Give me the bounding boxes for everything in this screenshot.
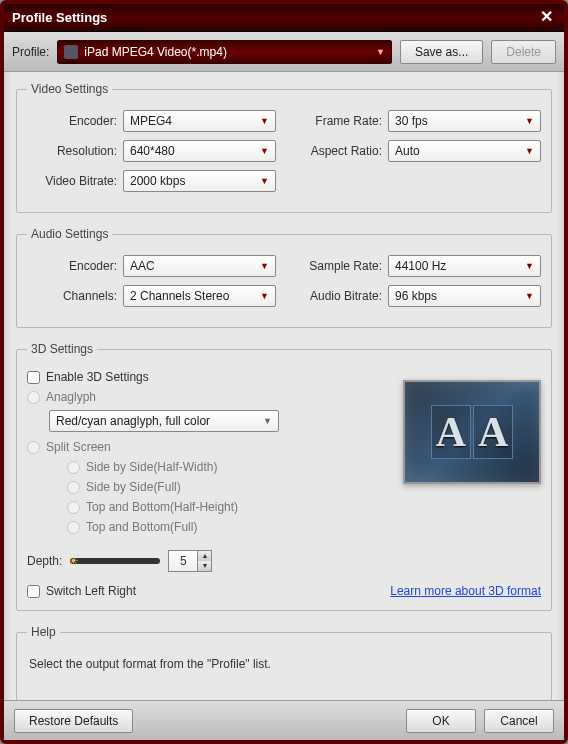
help-text: Select the output format from the "Profi…: [27, 653, 541, 691]
video-encoder-dropdown[interactable]: MPEG4▼: [123, 110, 276, 132]
depth-spinner[interactable]: 5 ▲▼: [168, 550, 212, 572]
close-icon[interactable]: ✕: [536, 8, 556, 28]
audio-legend: Audio Settings: [27, 227, 112, 241]
framerate-label: Frame Rate:: [292, 114, 382, 128]
profile-value: iPad MPEG4 Video(*.mp4): [84, 45, 227, 59]
preview-a-right: A: [473, 405, 513, 459]
video-legend: Video Settings: [27, 82, 112, 96]
video-bitrate-label: Video Bitrate:: [27, 174, 117, 188]
help-group: Help Select the output format from the "…: [16, 625, 552, 700]
chevron-down-icon: ▼: [260, 176, 269, 186]
switch-lr-checkbox[interactable]: [27, 585, 40, 598]
chevron-down-icon: ▼: [260, 146, 269, 156]
content: Video Settings Encoder: MPEG4▼ Frame Rat…: [4, 72, 564, 700]
audio-encoder-label: Encoder:: [27, 259, 117, 273]
3d-preview: AA: [403, 380, 541, 484]
chevron-down-icon: ▼: [525, 291, 534, 301]
split-radio-line[interactable]: Split Screen: [27, 440, 391, 454]
ok-button[interactable]: OK: [406, 709, 476, 733]
sbs-half-radio[interactable]: [67, 461, 80, 474]
audio-bitrate-label: Audio Bitrate:: [292, 289, 382, 303]
profile-settings-window: Profile Settings ✕ Profile: iPad MPEG4 V…: [0, 0, 568, 744]
chevron-down-icon: ▼: [263, 416, 272, 426]
depth-label: Depth:: [27, 554, 62, 568]
depth-slider[interactable]: ☀: [70, 558, 160, 564]
tb-full-line[interactable]: Top and Bottom(Full): [67, 520, 391, 534]
help-legend: Help: [27, 625, 60, 639]
framerate-dropdown[interactable]: 30 fps▼: [388, 110, 541, 132]
anaglyph-radio[interactable]: [27, 391, 40, 404]
chevron-down-icon: ▼: [260, 261, 269, 271]
resolution-label: Resolution:: [27, 144, 117, 158]
anaglyph-label: Anaglyph: [46, 390, 96, 404]
window-title: Profile Settings: [12, 10, 536, 25]
split-radio[interactable]: [27, 441, 40, 454]
3d-settings-group: 3D Settings Enable 3D Settings Anaglyph …: [16, 342, 552, 611]
depth-value: 5: [169, 554, 197, 568]
profile-label: Profile:: [12, 45, 49, 59]
channels-label: Channels:: [27, 289, 117, 303]
delete-button: Delete: [491, 40, 556, 64]
restore-defaults-button[interactable]: Restore Defaults: [14, 709, 133, 733]
enable-3d-label: Enable 3D Settings: [46, 370, 149, 384]
samplerate-label: Sample Rate:: [292, 259, 382, 273]
chevron-down-icon: ▼: [525, 146, 534, 156]
chevron-down-icon: ▼: [376, 47, 385, 57]
aspect-dropdown[interactable]: Auto▼: [388, 140, 541, 162]
sbs-half-line[interactable]: Side by Side(Half-Width): [67, 460, 391, 474]
sbs-full-radio[interactable]: [67, 481, 80, 494]
sbs-full-line[interactable]: Side by Side(Full): [67, 480, 391, 494]
resolution-dropdown[interactable]: 640*480▼: [123, 140, 276, 162]
spinner-up-icon[interactable]: ▲: [198, 551, 211, 561]
audio-bitrate-dropdown[interactable]: 96 kbps▼: [388, 285, 541, 307]
channels-dropdown[interactable]: 2 Channels Stereo▼: [123, 285, 276, 307]
save-as-button[interactable]: Save as...: [400, 40, 483, 64]
toolbar: Profile: iPad MPEG4 Video(*.mp4) ▼ Save …: [4, 32, 564, 72]
chevron-down-icon: ▼: [525, 261, 534, 271]
anaglyph-type-dropdown[interactable]: Red/cyan anaglyph, full color▼: [49, 410, 279, 432]
anaglyph-radio-line[interactable]: Anaglyph: [27, 390, 391, 404]
chevron-down-icon: ▼: [260, 116, 269, 126]
samplerate-dropdown[interactable]: 44100 Hz▼: [388, 255, 541, 277]
switch-lr-label: Switch Left Right: [46, 584, 136, 598]
audio-settings-group: Audio Settings Encoder: AAC▼ Sample Rate…: [16, 227, 552, 328]
sun-icon: ☀: [68, 554, 79, 568]
learn-more-link[interactable]: Learn more about 3D format: [390, 584, 541, 598]
tb-full-radio[interactable]: [67, 521, 80, 534]
split-label: Split Screen: [46, 440, 111, 454]
chevron-down-icon: ▼: [525, 116, 534, 126]
profile-dropdown[interactable]: iPad MPEG4 Video(*.mp4) ▼: [57, 40, 392, 64]
titlebar: Profile Settings ✕: [4, 4, 564, 32]
switch-lr-line[interactable]: Switch Left Right: [27, 584, 136, 598]
preview-a-left: A: [431, 405, 471, 459]
spinner-down-icon[interactable]: ▼: [198, 561, 211, 571]
video-settings-group: Video Settings Encoder: MPEG4▼ Frame Rat…: [16, 82, 552, 213]
chevron-down-icon: ▼: [260, 291, 269, 301]
3d-legend: 3D Settings: [27, 342, 97, 356]
enable-3d-checkbox[interactable]: [27, 371, 40, 384]
video-bitrate-dropdown[interactable]: 2000 kbps▼: [123, 170, 276, 192]
tb-half-radio[interactable]: [67, 501, 80, 514]
footer: Restore Defaults OK Cancel: [4, 700, 564, 740]
audio-encoder-dropdown[interactable]: AAC▼: [123, 255, 276, 277]
enable-3d-checkbox-line[interactable]: Enable 3D Settings: [27, 370, 391, 384]
video-encoder-label: Encoder:: [27, 114, 117, 128]
device-icon: [64, 45, 78, 59]
aspect-label: Aspect Ratio:: [292, 144, 382, 158]
cancel-button[interactable]: Cancel: [484, 709, 554, 733]
tb-half-line[interactable]: Top and Bottom(Half-Height): [67, 500, 391, 514]
